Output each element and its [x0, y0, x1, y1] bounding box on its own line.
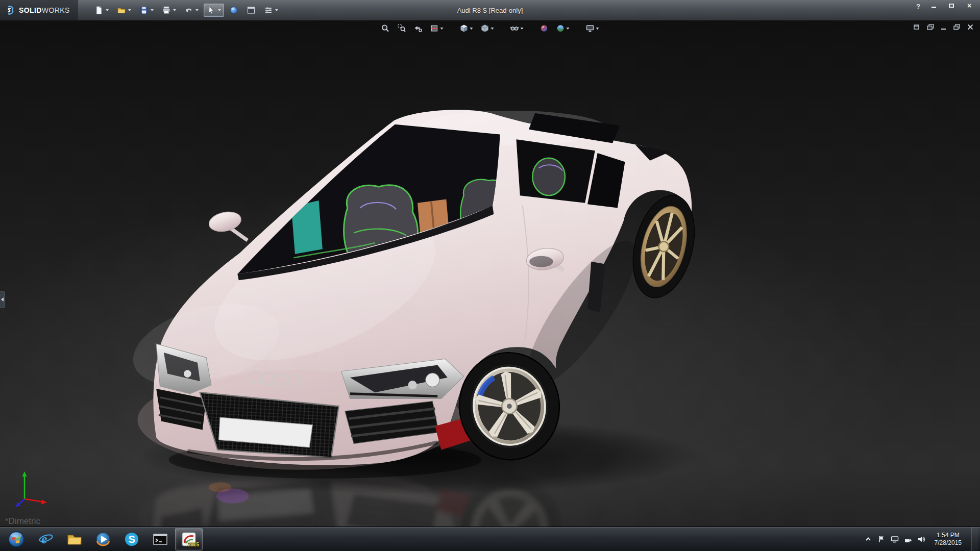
minimize-icon [940, 24, 947, 30]
heads-up-view-toolbar [380, 23, 601, 34]
save-button[interactable] [136, 4, 157, 17]
undo-button[interactable] [181, 4, 202, 17]
internet-explorer-icon: e [38, 531, 54, 547]
print-button[interactable] [159, 4, 179, 17]
view-settings-icon [586, 24, 595, 33]
chevron-down-icon [596, 28, 599, 30]
media-player-icon [95, 531, 111, 547]
section-view-button[interactable] [429, 23, 445, 34]
view-orientation-label: *Dimetric [5, 516, 40, 527]
display-style-button[interactable] [479, 23, 496, 34]
zoom-to-fit-button[interactable] [380, 23, 391, 34]
network-icon [904, 535, 912, 543]
chevron-down-icon [567, 28, 570, 30]
close-button[interactable]: × [963, 2, 976, 10]
solidworks-logo: SOLIDWORKS [0, 0, 78, 20]
cascade-windows-button[interactable] [927, 24, 934, 30]
file-explorer-button[interactable] [61, 528, 88, 550]
open-folder-icon [117, 6, 126, 15]
undo-icon [184, 6, 193, 15]
command-prompt-icon [152, 531, 168, 547]
edit-appearance-button[interactable] [538, 23, 550, 34]
internet-explorer-button[interactable]: e [32, 528, 60, 550]
hide-show-items-button[interactable] [509, 23, 525, 34]
edit-appearance-icon [540, 24, 549, 33]
view-orientation-icon [460, 24, 469, 33]
view-orientation-button[interactable] [458, 23, 475, 34]
display-settings-button[interactable] [891, 535, 899, 543]
zoom-to-area-button[interactable] [396, 23, 408, 34]
restore-icon [953, 24, 961, 30]
zoom-to-area-icon [398, 24, 406, 33]
ds-logo-icon [5, 5, 15, 15]
start-button[interactable] [2, 528, 31, 550]
folder-icon [66, 531, 83, 547]
window-controls: ? × [914, 2, 976, 11]
restore-document-button[interactable] [953, 24, 961, 30]
new-window-button[interactable] [914, 24, 921, 30]
new-document-button[interactable] [91, 4, 112, 17]
help-button[interactable]: ? [914, 2, 922, 11]
minimize-document-button[interactable] [940, 24, 947, 30]
tray-clock[interactable]: 1:54 PM 7/28/2015 [930, 532, 966, 547]
graphics-area[interactable]: *Dimetric [0, 21, 980, 527]
show-desktop-button[interactable] [971, 527, 978, 551]
svg-text:e: e [41, 532, 47, 546]
standard-toolbar [91, 4, 281, 17]
command-prompt-button[interactable] [146, 528, 174, 550]
print-icon [162, 6, 171, 15]
new-document-icon [94, 6, 104, 15]
taskbar: e S [0, 527, 980, 551]
chevron-down-icon [173, 9, 176, 11]
file-properties-button[interactable] [243, 4, 259, 17]
chevron-down-icon [491, 28, 494, 30]
skype-button[interactable]: S [118, 528, 145, 550]
chevron-down-icon [521, 28, 524, 30]
close-document-button[interactable] [967, 24, 974, 30]
media-player-button[interactable] [89, 528, 117, 550]
speaker-icon [917, 535, 925, 543]
system-tray: 1:54 PM 7/28/2015 [864, 527, 980, 551]
network-button[interactable] [904, 535, 912, 543]
solidworks-window: SOLIDWORKS [0, 0, 980, 551]
monitor-icon [891, 535, 899, 543]
svg-text:S: S [129, 534, 135, 545]
select-button[interactable] [204, 4, 224, 17]
chevron-down-icon [470, 28, 473, 30]
select-arrow-icon [207, 6, 216, 15]
chevron-up-icon [864, 535, 872, 543]
clock-time: 1:54 PM [935, 532, 962, 539]
action-center-button[interactable] [877, 535, 886, 543]
minimize-button[interactable] [927, 2, 940, 10]
model-render [0, 21, 980, 527]
solidworks-taskbar-button[interactable]: 2015 [175, 528, 203, 550]
clock-date: 7/28/2015 [935, 539, 962, 547]
rebuild-button[interactable] [226, 4, 241, 17]
close-icon [967, 24, 974, 30]
panel-collapse-handle[interactable] [0, 291, 5, 308]
chevron-down-icon [275, 9, 278, 11]
cascade-windows-icon [927, 24, 934, 30]
chevron-down-icon [218, 9, 221, 11]
options-icon [264, 6, 273, 15]
maximize-button[interactable] [945, 2, 958, 10]
chevron-down-icon [440, 28, 444, 30]
windows-start-icon [8, 531, 25, 548]
hide-show-items-icon [510, 24, 519, 33]
window-icon [914, 24, 921, 30]
solidworks-version-badge: 2015 [188, 542, 199, 547]
view-settings-button[interactable] [584, 23, 601, 34]
section-view-icon [430, 24, 439, 33]
save-icon [139, 6, 149, 15]
chevron-down-icon [128, 9, 131, 11]
apply-scene-button[interactable] [555, 23, 571, 34]
previous-view-button[interactable] [412, 23, 424, 34]
open-button[interactable] [114, 4, 134, 17]
rebuild-icon [229, 6, 238, 15]
file-properties-icon [247, 6, 256, 15]
options-button[interactable] [261, 4, 281, 17]
volume-button[interactable] [917, 535, 925, 543]
previous-view-icon [414, 24, 423, 33]
hidden-icons-button[interactable] [864, 535, 872, 543]
document-window-controls [914, 24, 974, 30]
